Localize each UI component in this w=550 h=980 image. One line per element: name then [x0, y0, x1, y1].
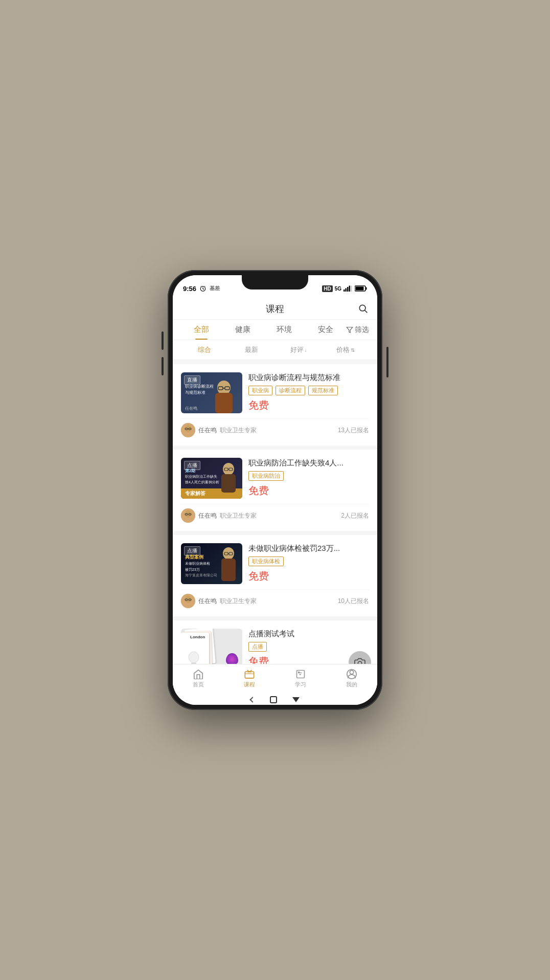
course-thumbnail-4: 点播 London: [181, 629, 242, 664]
card-top-4: 点播 London: [181, 629, 369, 664]
tag-1-1: 职业病: [248, 386, 272, 395]
volume-down-button[interactable]: [162, 357, 164, 375]
enroll-count-2: 2人已报名: [341, 511, 369, 520]
person-thumb-2: [217, 462, 240, 495]
avatar-1: [181, 423, 195, 437]
power-button[interactable]: [386, 347, 388, 377]
svg-point-12: [217, 381, 231, 395]
svg-rect-23: [221, 474, 236, 493]
alarm-icon: [199, 285, 207, 292]
page-header: 课程: [173, 298, 377, 320]
instructor-2: 任在鸣 职业卫生专家: [181, 508, 257, 523]
filter-icon: [346, 326, 353, 333]
volume-up-button[interactable]: [162, 331, 164, 350]
instructor-3: 任在鸣 职业卫生专家: [181, 594, 257, 608]
course-title-3: 未做职业病体检被罚23万...: [248, 543, 369, 553]
instructor-name-2: 任在鸣: [198, 511, 217, 520]
battery-icon: [355, 285, 367, 292]
nav-learning[interactable]: 学习: [285, 669, 316, 688]
flower-decoration: [226, 653, 238, 664]
search-icon: [358, 303, 368, 314]
instructor-label-thumb: 任在鸣: [185, 406, 197, 411]
card-top-3: 点播 典型案例 未做职业病体检 被罚23万 海宁某皮革有限公司: [181, 543, 369, 584]
avatar-3: [181, 594, 195, 608]
course-title-4: 点播测试考试: [248, 629, 369, 639]
svg-point-9: [359, 305, 365, 311]
app-area: 课程 全部 健康 环境: [173, 298, 377, 705]
signal-indicator: 5G: [335, 286, 341, 292]
svg-point-50: [350, 671, 353, 674]
instructor-title-1: 职业卫生专家: [220, 426, 257, 435]
course-tags-1: 职业病 诊断流程 规范标准: [248, 386, 369, 395]
home-icon: [192, 669, 204, 680]
instructor-1: 任在鸣 职业卫生专家: [181, 423, 257, 437]
svg-rect-5: [351, 286, 352, 292]
tab-environment[interactable]: 环境: [264, 325, 305, 340]
card-bottom-1: 任在鸣 职业卫生专家 13人已报名: [181, 418, 369, 437]
svg-rect-13: [215, 393, 233, 413]
card-top-1: 直播 职业病诊断流程与规范标准: [181, 372, 369, 413]
camera-icon: [354, 657, 365, 664]
course-card-2[interactable]: 点播 第2期 职业病防治工作缺失 致4人死亡的案例分析 专家解答: [173, 450, 377, 531]
course-tags-2: 职业病防治: [248, 471, 369, 481]
tag-1-3: 规范标准: [308, 386, 338, 395]
instructor-name-1: 任在鸣: [198, 426, 217, 435]
course-thumbnail-2: 点播 第2期 职业病防治工作缺失 致4人死亡的案例分析 专家解答: [181, 458, 242, 499]
recents-indicator: [292, 697, 300, 702]
instructor-title-2: 职业卫生专家: [220, 511, 257, 520]
svg-point-40: [189, 652, 199, 663]
svg-rect-3: [347, 287, 349, 292]
avatar-2: [181, 508, 195, 523]
lightbulb-decoration: [186, 649, 201, 664]
course-card-1[interactable]: 直播 职业病诊断流程与规范标准: [173, 364, 377, 446]
svg-marker-11: [347, 327, 353, 332]
sort-rating[interactable]: 好评 ↓: [275, 340, 322, 360]
tab-health[interactable]: 健康: [222, 325, 264, 340]
course-tags-4: 点播: [248, 642, 369, 652]
phone-screen: 9:56 基差 HD 5G: [173, 275, 377, 705]
course-info-3: 未做职业病体检被罚23万... 职业病体检 免费: [248, 543, 369, 583]
sort-tabs: 综合 最新 好评 ↓ 价格 ⇅: [173, 340, 377, 360]
svg-line-10: [365, 310, 368, 313]
courses-icon: [243, 669, 256, 680]
course-price-1: 免费: [248, 398, 369, 412]
course-thumbnail-1: 直播 职业病诊断流程与规范标准: [181, 372, 242, 413]
course-thumbnail-3: 点播 典型案例 未做职业病体检 被罚23万 海宁某皮革有限公司: [181, 543, 242, 584]
svg-point-37: [185, 596, 191, 603]
enroll-count-3: 10人已报名: [338, 597, 369, 606]
thumb-2-text: 第2期 职业病防治工作缺失 致4人死亡的案例分析: [185, 468, 219, 485]
course-price-2: 免费: [248, 484, 369, 498]
svg-point-45: [358, 661, 361, 664]
nav-courses[interactable]: 课程: [234, 669, 265, 688]
notch: [242, 275, 308, 289]
course-card-4[interactable]: 点播 London: [173, 620, 377, 664]
course-tags-3: 职业病体检: [248, 556, 369, 566]
svg-rect-32: [221, 559, 236, 581]
thumb-text-1: 职业病诊断流程与规范标准: [185, 384, 214, 396]
tab-all[interactable]: 全部: [181, 325, 222, 340]
course-info-2: 职业病防治工作缺失致4人... 职业病防治 免费: [248, 458, 369, 498]
course-list: 直播 职业病诊断流程与规范标准: [173, 360, 377, 664]
notification-icon: 基差: [210, 285, 220, 292]
card-bottom-2: 任在鸣 职业卫生专家 2人已报名: [181, 504, 369, 523]
svg-point-28: [185, 510, 191, 518]
svg-rect-2: [346, 288, 347, 292]
sort-comprehensive[interactable]: 综合: [181, 340, 228, 360]
course-info-1: 职业病诊断流程与规范标准 职业病 诊断流程 规范标准 免费: [248, 372, 369, 412]
nav-mine-label: 我的: [346, 681, 357, 688]
nav-mine[interactable]: 我的: [336, 669, 367, 688]
hd-indicator: HD: [322, 285, 332, 292]
tag-1-2: 诊断流程: [276, 386, 305, 395]
sort-price[interactable]: 价格 ⇅: [322, 340, 369, 360]
tab-safety[interactable]: 安全: [305, 325, 346, 340]
thumb-4-inner: London: [181, 629, 242, 664]
course-card-3[interactable]: 点播 典型案例 未做职业病体检 被罚23万 海宁某皮革有限公司: [173, 535, 377, 616]
status-time: 9:56 基差: [183, 285, 220, 293]
sort-latest[interactable]: 最新: [228, 340, 275, 360]
instructor-name-3: 任在鸣: [198, 597, 217, 606]
svg-rect-7: [366, 287, 367, 290]
filter-button[interactable]: 筛选: [346, 325, 369, 340]
nav-home[interactable]: 首页: [183, 669, 214, 688]
svg-rect-8: [356, 287, 364, 291]
search-button[interactable]: [357, 302, 369, 315]
